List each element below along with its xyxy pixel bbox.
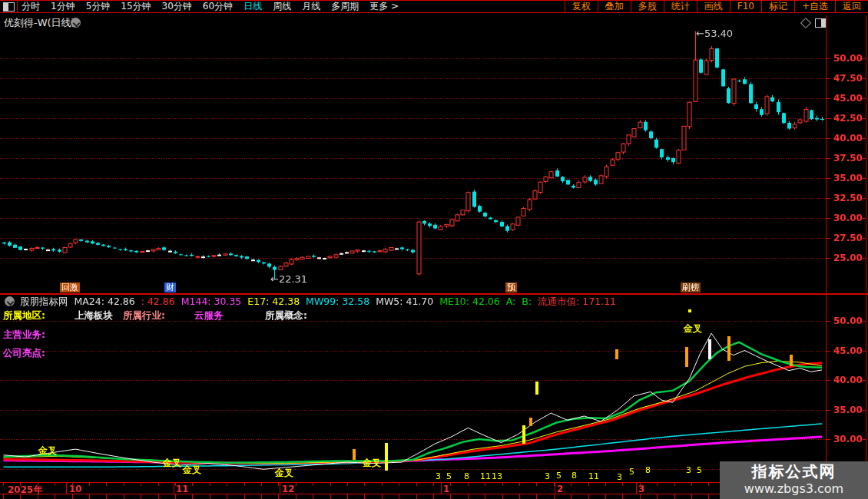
axis-tick [382, 483, 383, 486]
period-tab-日线[interactable]: 日线 [244, 1, 262, 12]
axis-tick [640, 483, 641, 486]
axis-tick [416, 494, 417, 499]
axis-tick [863, 321, 866, 322]
period-tab-1分钟[interactable]: 1分钟 [51, 1, 75, 12]
axis-tick [3, 483, 4, 486]
event-badge-回激[interactable]: 回激 [60, 283, 80, 292]
chevron-down-icon[interactable] [71, 18, 81, 28]
axis-tick [588, 494, 589, 499]
period-tab-15分钟[interactable]: 15分钟 [121, 1, 151, 12]
day-label: 5 [697, 465, 702, 475]
axis-tick [89, 494, 90, 499]
axis-tick [863, 439, 866, 440]
axis-tick [450, 494, 451, 499]
period-tab-60分钟[interactable]: 60分钟 [203, 1, 233, 12]
toolbar-button-标记[interactable]: 标记 [761, 0, 794, 13]
axis-tick [433, 494, 434, 499]
golden-cross-label: 金叉 [183, 464, 201, 477]
axis-tick [691, 483, 692, 486]
axis-tick [674, 494, 675, 499]
day-label: 5 [446, 471, 452, 481]
month-label-12: 12 [282, 484, 295, 494]
day-label: 8 [571, 471, 577, 481]
axis-tick [468, 483, 469, 486]
toolbar-button-多股[interactable]: 多股 [631, 0, 664, 13]
axis-tick [863, 78, 866, 79]
axis-tick [55, 483, 55, 486]
axis-tick [296, 494, 297, 499]
layout-window-icon[interactable] [3, 2, 15, 12]
axis-tick [124, 494, 124, 499]
axis-tick [192, 483, 193, 486]
axis-tick [588, 483, 589, 486]
axis-tick [382, 494, 383, 499]
axis-tick [210, 483, 210, 486]
axis-tick [863, 58, 866, 59]
axis-tick [826, 138, 830, 139]
axis-tick [863, 410, 866, 411]
axis-tick [657, 483, 658, 486]
toolbar-button-叠加[interactable]: 叠加 [598, 0, 631, 13]
info-field: 所属行业: [123, 309, 165, 322]
collapse-indicator-icon[interactable] [5, 296, 15, 306]
price-candlestick-chart[interactable] [0, 31, 826, 284]
axis-tick [554, 483, 555, 486]
toolbar-button-画线[interactable]: 画线 [697, 0, 730, 13]
axis-tick [433, 483, 434, 486]
axis-tick [399, 494, 399, 499]
golden-cross-label: 金叉 [38, 444, 57, 458]
month-separator [174, 482, 174, 494]
period-tab-周线[interactable]: 周线 [273, 1, 291, 12]
diamond-icon[interactable] [800, 18, 811, 28]
period-tab-分时[interactable]: 分时 [22, 1, 40, 12]
axis-tick [468, 494, 469, 499]
app-window: 分时1分钟5分钟15分钟30分钟60分钟日线周线月线多周期更多 > 复权叠加多股… [0, 0, 868, 499]
event-badge-预[interactable]: 预 [505, 283, 517, 292]
axis-tick [261, 483, 262, 486]
axis-tick [364, 494, 365, 499]
axis-tick [536, 494, 537, 499]
period-tab-30分钟[interactable]: 30分钟 [162, 1, 192, 12]
info-field: 上海板块 [75, 309, 113, 322]
toolbar-button-+自选[interactable]: +自选 [794, 0, 835, 13]
axis-tick [571, 483, 571, 486]
event-badge-刷榜[interactable]: 刷榜 [681, 283, 701, 292]
period-tab-月线[interactable]: 月线 [302, 1, 320, 12]
axis-tick [519, 494, 520, 499]
toolbar-button-返回[interactable]: 返回 [835, 0, 868, 13]
axis-tick [296, 483, 297, 486]
event-badge-财[interactable]: 财 [164, 283, 176, 292]
period-toolbar: 分时1分钟5分钟15分钟30分钟60分钟日线周线月线多周期更多 > 复权叠加多股… [0, 0, 868, 13]
month-label-2: 2 [557, 484, 563, 494]
period-tab-多周期[interactable]: 多周期 [331, 1, 359, 12]
month-separator [280, 482, 280, 494]
axis-tick [691, 494, 692, 499]
toolbar-button-复权[interactable]: 复权 [565, 0, 598, 13]
period-tab-5分钟[interactable]: 5分钟 [86, 1, 111, 12]
axis-tick [347, 483, 348, 486]
day-label: 11 [480, 471, 491, 481]
axis-tick [278, 483, 279, 486]
toolbar-button-F10[interactable]: F10 [730, 0, 761, 13]
axis-tick [826, 158, 830, 159]
low-annotation: ←22.31 [270, 273, 307, 285]
axis-tick [399, 483, 399, 486]
axis-tick [38, 494, 38, 499]
axis-tick [313, 483, 313, 486]
day-label: 3 [545, 471, 550, 481]
period-tab-更多 >[interactable]: 更多 > [369, 1, 399, 12]
day-label: 5 [556, 471, 562, 481]
axis-tick [826, 198, 830, 199]
axis-tick [622, 483, 623, 486]
axis-tick [227, 483, 227, 486]
day-label: 11 [588, 471, 599, 481]
split-window-icon[interactable] [815, 18, 827, 28]
axis-tick [502, 483, 503, 486]
axis-tick [863, 258, 866, 259]
axis-tick [106, 483, 107, 486]
day-label: 13 [492, 471, 502, 481]
axis-tick [605, 494, 606, 499]
toolbar-button-统计[interactable]: 统计 [664, 0, 697, 13]
high-annotation: ←53.40 [696, 28, 733, 39]
axis-tick [20, 494, 21, 499]
